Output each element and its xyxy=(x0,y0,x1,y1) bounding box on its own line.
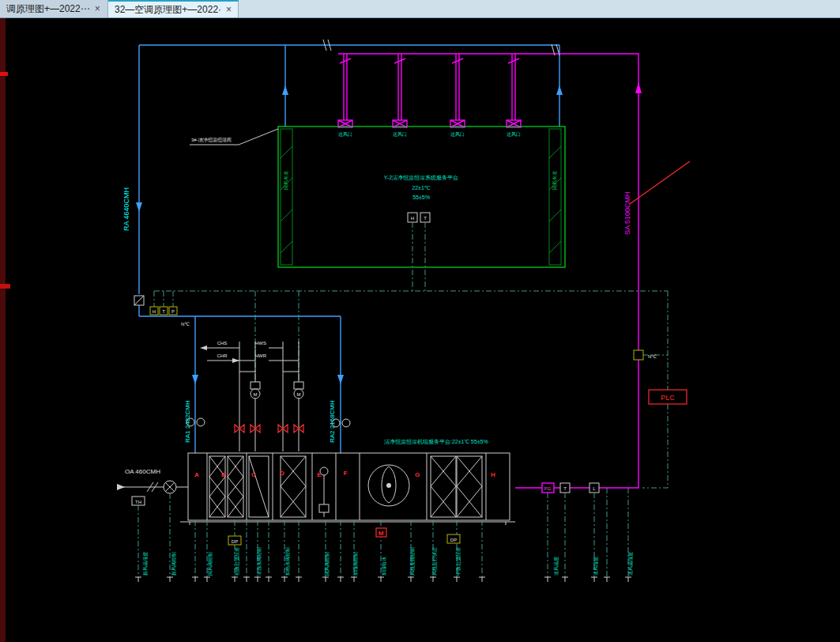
tab-drawing-1[interactable]: 调原理图+—2022⋯ × xyxy=(0,0,108,17)
svg-text:中效过滤压差: 中效过滤压差 xyxy=(455,547,461,576)
svg-text:加湿给水: 加湿给水 xyxy=(381,557,387,576)
drawing-background xyxy=(0,17,840,642)
room-humidity: 55±5% xyxy=(412,194,430,200)
svg-text:C: C xyxy=(251,471,256,478)
motor-valve-2: M xyxy=(297,392,301,397)
svg-text:A: A xyxy=(194,471,199,478)
svg-text:加湿阀控制: 加湿阀控制 xyxy=(352,552,359,576)
svg-text:送风口: 送风口 xyxy=(450,132,465,138)
tab-1-label: 调原理图+—2022⋯ xyxy=(6,2,90,16)
sa-duct-sensor-label: N℃ xyxy=(648,354,657,359)
tab-1-close-icon[interactable]: × xyxy=(95,3,100,14)
ahu-caption: 洁净恒温恒湿机组服务平台:22±1℃ 55±5% xyxy=(384,439,488,445)
sa-temp-sensor: T xyxy=(563,486,567,491)
motor-valve-1: M xyxy=(254,392,258,397)
svg-text:H: H xyxy=(153,309,156,314)
tab-drawing-2[interactable]: 32—空调原理图+—2022· × xyxy=(108,0,239,17)
chr-label: CHR xyxy=(217,353,228,358)
svg-text:B: B xyxy=(221,471,226,478)
plenum-right-label: 回风夹道 xyxy=(552,171,558,190)
svg-text:回风阀控制: 回风阀控制 xyxy=(325,552,330,576)
sa-duct-label: SA 5100CMH xyxy=(623,191,631,235)
room-temp: 22±1℃ xyxy=(412,185,431,191)
svg-text:送风口: 送风口 xyxy=(393,132,407,138)
humidifier-valve: M xyxy=(379,530,384,537)
room-temp-sensor: T xyxy=(424,216,427,221)
cad-window: 调原理图+—2022⋯ × 32—空调原理图+—2022· × xyxy=(0,0,840,642)
tab-bar-spacer xyxy=(239,0,840,17)
tab-2-label: 32—空调原理图+—2022· xyxy=(115,3,221,17)
chs-label: CHS xyxy=(217,341,228,346)
svg-text:送风温湿度: 送风温湿度 xyxy=(627,552,634,576)
svg-text:初效过滤压差: 初效过滤压差 xyxy=(234,547,240,576)
ra-duct-sensor-label: N℃ xyxy=(181,322,190,327)
room-leader-label: 3#-洁净恒温恒湿间 xyxy=(191,137,232,143)
svg-text:送风湿度: 送风湿度 xyxy=(593,557,599,576)
ra1-duct-label: RA1 2482CMH xyxy=(184,400,191,443)
plc-label: PLC xyxy=(661,394,675,402)
svg-text:送风口: 送风口 xyxy=(507,132,521,138)
room-title: Y-2洁净恒温恒湿系统服务平台 xyxy=(384,175,458,181)
oa-duct-label: OA 460CMH xyxy=(125,468,160,475)
hwr-label: HWR xyxy=(255,353,267,358)
ra-duct-label: RA 4640CMH xyxy=(122,187,130,231)
svg-text:风机运行状态: 风机运行状态 xyxy=(431,547,437,576)
svg-text:T: T xyxy=(162,309,165,314)
dp-switch-2: DP xyxy=(450,538,457,542)
room-humidity-sensor: H xyxy=(411,216,414,221)
svg-text:送风温度: 送风温度 xyxy=(553,557,559,576)
svg-text:H: H xyxy=(491,471,495,478)
svg-text:F: F xyxy=(344,470,348,477)
cad-canvas[interactable]: RA 4640CMH RA1 2482CMH RA2 2158CMH SA 51… xyxy=(0,0,840,642)
plenum-left-label: 回风夹道 xyxy=(284,171,289,190)
fg-sensor: FG xyxy=(544,486,552,491)
ra2-duct-label: RA2 2158CMH xyxy=(329,400,336,443)
svg-text:P: P xyxy=(171,309,175,314)
svg-text:E: E xyxy=(317,471,322,478)
svg-text:送风口: 送风口 xyxy=(338,132,352,138)
svg-text:新风阀控制: 新风阀控制 xyxy=(171,552,177,576)
svg-text:G: G xyxy=(415,471,420,478)
oa-th-sensor: TH xyxy=(135,500,141,504)
svg-text:新风温湿度: 新风温湿度 xyxy=(142,552,149,576)
svg-text:D: D xyxy=(280,470,284,477)
svg-text:回风阀控制: 回风阀控制 xyxy=(208,552,213,576)
svg-text:冷冻水阀控制: 冷冻水阀控制 xyxy=(256,547,262,576)
tab-2-close-icon[interactable]: × xyxy=(226,4,232,15)
svg-text:加热水阀控制: 加热水阀控制 xyxy=(285,547,291,576)
dp-switch-1: DP xyxy=(232,539,238,544)
tab-bar: 调原理图+—2022⋯ × 32—空调原理图+—2022· × xyxy=(0,0,840,18)
svg-text:风机变频控制: 风机变频控制 xyxy=(409,547,416,576)
hws-label: HWS xyxy=(255,341,266,346)
